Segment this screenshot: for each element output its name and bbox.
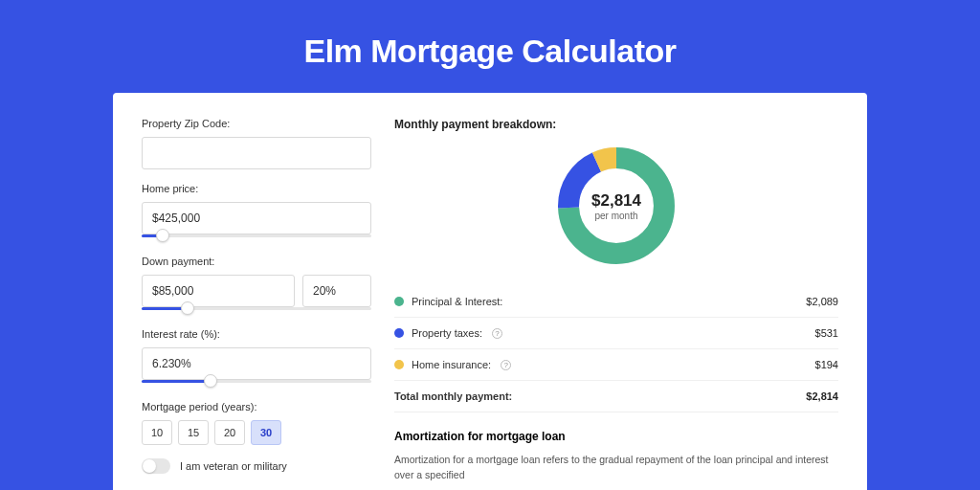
page-title: Elm Mortgage Calculator: [303, 33, 676, 70]
slider-thumb[interactable]: [204, 374, 217, 388]
legend-dot: [394, 328, 404, 338]
breakdown-title: Monthly payment breakdown:: [394, 118, 838, 131]
legend: Principal & Interest:$2,089Property taxe…: [394, 286, 838, 412]
amortization-text: Amortization for a mortgage loan refers …: [394, 453, 838, 483]
legend-left: Home insurance:?: [394, 359, 511, 370]
veteran-toggle[interactable]: [142, 458, 170, 474]
donut-wrap: $2,814 per month: [394, 143, 838, 269]
legend-label: Home insurance:: [412, 359, 491, 370]
donut-center: $2,814 per month: [553, 143, 679, 269]
period-field: Mortgage period (years): 10152030: [142, 401, 371, 445]
period-option-30[interactable]: 30: [251, 420, 281, 445]
legend-value: $2,089: [806, 296, 838, 307]
down-payment-label: Down payment:: [142, 256, 371, 267]
interest-field: Interest rate (%):: [142, 328, 371, 388]
down-payment-input[interactable]: [142, 275, 295, 307]
down-payment-field: Down payment:: [142, 256, 371, 315]
toggle-knob: [143, 459, 156, 473]
slider-fill: [142, 380, 211, 383]
down-payment-row: [142, 275, 371, 307]
period-options: 10152030: [142, 420, 371, 445]
interest-slider[interactable]: [142, 378, 371, 388]
veteran-label: I am veteran or military: [180, 460, 287, 472]
form-panel: Property Zip Code: Home price: Down paym…: [142, 118, 371, 490]
legend-total-value: $2,814: [806, 390, 838, 402]
slider-thumb[interactable]: [181, 301, 194, 315]
legend-value: $194: [815, 359, 838, 370]
period-option-15[interactable]: 15: [178, 420, 209, 445]
legend-left: Principal & Interest:: [394, 296, 502, 307]
home-price-input[interactable]: [142, 202, 371, 234]
donut-amount: $2,814: [591, 191, 641, 211]
donut-chart: $2,814 per month: [553, 143, 679, 269]
legend-dot: [394, 297, 404, 306]
period-label: Mortgage period (years):: [142, 401, 371, 412]
down-payment-slider[interactable]: [142, 305, 371, 315]
info-icon[interactable]: ?: [501, 360, 511, 370]
legend-total-label: Total monthly payment:: [394, 390, 512, 402]
zip-input[interactable]: [142, 137, 371, 169]
results-panel: Monthly payment breakdown: $2,814 per mo…: [394, 118, 838, 490]
zip-field: Property Zip Code:: [142, 118, 371, 169]
legend-label: Property taxes:: [412, 327, 482, 339]
legend-left: Property taxes:?: [394, 327, 502, 339]
amortization-section: Amortization for mortgage loan Amortizat…: [394, 430, 838, 483]
legend-value: $531: [815, 327, 838, 339]
veteran-row: I am veteran or military: [142, 458, 371, 474]
interest-input[interactable]: [142, 347, 371, 380]
home-price-slider[interactable]: [142, 233, 371, 242]
period-option-20[interactable]: 20: [214, 420, 245, 445]
home-price-label: Home price:: [142, 183, 371, 194]
down-payment-pct-input[interactable]: [302, 275, 371, 307]
home-price-field: Home price:: [142, 183, 371, 242]
legend-dot: [394, 360, 404, 369]
legend-left: Total monthly payment:: [394, 390, 512, 402]
legend-row: Home insurance:?$194: [394, 348, 838, 380]
zip-label: Property Zip Code:: [142, 118, 371, 129]
legend-row: Property taxes:?$531: [394, 317, 838, 348]
legend-label: Principal & Interest:: [412, 296, 502, 307]
info-icon[interactable]: ?: [492, 328, 502, 339]
slider-track: [142, 234, 371, 237]
amortization-title: Amortization for mortgage loan: [394, 430, 838, 443]
donut-sub: per month: [594, 211, 637, 221]
legend-total-row: Total monthly payment:$2,814: [394, 380, 838, 412]
period-option-10[interactable]: 10: [142, 420, 172, 445]
legend-row: Principal & Interest:$2,089: [394, 286, 838, 317]
calculator-card: Property Zip Code: Home price: Down paym…: [113, 93, 867, 490]
interest-label: Interest rate (%):: [142, 328, 371, 340]
slider-thumb[interactable]: [156, 229, 169, 242]
page: Elm Mortgage Calculator Property Zip Cod…: [0, 0, 980, 490]
